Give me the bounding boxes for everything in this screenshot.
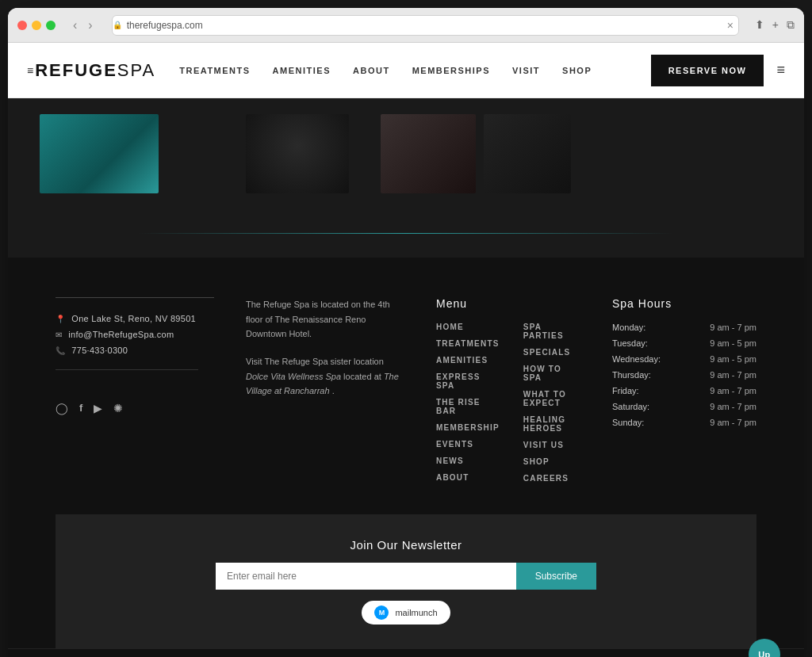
nav-memberships[interactable]: MEMBERSHIPS bbox=[412, 66, 490, 75]
menu-item-healing-heroes[interactable]: HEALING HEROES bbox=[523, 415, 580, 433]
footer-top-divider bbox=[56, 297, 214, 298]
hero-thumbnail-1 bbox=[40, 114, 159, 193]
footer-grid: 📍 One Lake St, Reno, NV 89501 ✉ info@The… bbox=[56, 297, 756, 483]
lock-icon: 🔒 bbox=[113, 21, 122, 29]
browser-nav-buttons: ‹ › bbox=[70, 17, 96, 34]
newsletter-section: Join Our Newsletter Subscribe M mailmunc… bbox=[56, 514, 756, 648]
nav-shop[interactable]: SHOP bbox=[562, 66, 592, 75]
phone-text: 775·433·0300 bbox=[71, 346, 128, 355]
menu-item-visit-us[interactable]: VISIT US bbox=[523, 441, 580, 449]
footer-phone[interactable]: 📞 775·433·0300 bbox=[56, 346, 214, 355]
email-text: info@TheRefugeSpa.com bbox=[68, 330, 174, 339]
hours-saturday: Saturday: 9 am - 7 pm bbox=[612, 402, 756, 411]
reserve-now-button[interactable]: RESERVE NOW bbox=[651, 55, 764, 86]
forward-button[interactable]: › bbox=[85, 17, 95, 34]
newsletter-email-input[interactable] bbox=[216, 563, 516, 590]
back-button[interactable]: ‹ bbox=[70, 17, 80, 34]
menu-item-news[interactable]: NEWS bbox=[436, 456, 500, 465]
divider-section bbox=[8, 209, 804, 258]
browser-dots bbox=[17, 21, 56, 30]
menu-item-how-to-spa[interactable]: HOW TO SPA bbox=[523, 365, 580, 382]
newsletter-subscribe-button[interactable]: Subscribe bbox=[516, 563, 596, 590]
browser-actions: ⬆ + ⧉ bbox=[755, 18, 795, 32]
fullscreen-dot[interactable] bbox=[46, 21, 56, 30]
url-text: therefugespa.com bbox=[127, 20, 203, 31]
menu-list-col2: SPA PARTIES SPECIALS HOW TO SPA WHAT TO … bbox=[523, 323, 580, 483]
address-bar[interactable]: 🔒 therefugespa.com × bbox=[112, 15, 739, 36]
website-content: ≡ REFUGE SPA TREATMENTS AMENITIES ABOUT … bbox=[8, 43, 804, 657]
hours-friday: Friday: 9 am - 7 pm bbox=[612, 386, 756, 395]
menu-section-title: Menu bbox=[436, 297, 580, 310]
mailmunch-badge[interactable]: M mailmunch bbox=[362, 601, 450, 625]
social-icons: ◯ f ▶ ✺ bbox=[56, 402, 214, 414]
footer-description-column: The Refuge Spa is located on the 4th flo… bbox=[246, 297, 404, 483]
hero-thumbnail-4 bbox=[484, 114, 571, 193]
windows-icon[interactable]: ⧉ bbox=[787, 18, 795, 32]
menu-item-membership[interactable]: MEMBERSHIP bbox=[436, 423, 500, 432]
minimize-dot[interactable] bbox=[32, 21, 41, 30]
menu-item-amenities[interactable]: AMENITIES bbox=[436, 356, 500, 365]
menu-item-careers[interactable]: CAREERS bbox=[523, 474, 580, 483]
hours-tuesday: Tuesday: 9 am - 5 pm bbox=[612, 338, 756, 348]
new-tab-icon[interactable]: + bbox=[772, 18, 779, 32]
close-dot[interactable] bbox=[17, 21, 27, 30]
phone-icon: 📞 bbox=[56, 346, 65, 355]
hero-strip bbox=[8, 98, 804, 209]
youtube-icon[interactable]: ▶ bbox=[94, 402, 102, 414]
nav-treatments[interactable]: TREATMENTS bbox=[179, 66, 250, 75]
yelp-icon[interactable]: ✺ bbox=[113, 402, 123, 414]
location-icon: 📍 bbox=[56, 315, 65, 323]
close-tab-button[interactable]: × bbox=[727, 19, 733, 32]
footer-bottom-divider bbox=[56, 369, 198, 370]
dolce-vita-link[interactable]: Dolce Vita Wellness Spa bbox=[246, 372, 341, 381]
email-icon: ✉ bbox=[56, 330, 62, 339]
hero-thumbnail-2 bbox=[246, 114, 349, 193]
hours-sunday: Sunday: 9 am - 7 pm bbox=[612, 418, 756, 427]
menu-item-shop[interactable]: SHOP bbox=[523, 457, 580, 466]
hours-thursday: Thursday: 9 am - 7 pm bbox=[612, 370, 756, 380]
logo-icon: ≡ bbox=[27, 64, 33, 77]
menu-item-specials[interactable]: SPECIALS bbox=[523, 348, 580, 357]
site-logo[interactable]: ≡ REFUGE SPA bbox=[27, 60, 155, 81]
nav-about[interactable]: ABOUT bbox=[353, 66, 390, 75]
nav-amenities[interactable]: AMENITIES bbox=[273, 66, 331, 75]
mailmunch-icon: M bbox=[374, 605, 389, 620]
hours-monday: Monday: 9 am - 7 pm bbox=[612, 323, 756, 332]
hours-wednesday: Wednesday: 9 am - 5 pm bbox=[612, 354, 756, 364]
spa-hours-title: Spa Hours bbox=[612, 297, 756, 310]
mailmunch-label: mailmunch bbox=[395, 608, 437, 617]
footer-hours-column: Spa Hours Monday: 9 am - 7 pm Tuesday: 9… bbox=[612, 297, 756, 483]
bottom-bar: © 2023 The Refuge Spa. All Rights Reserv… bbox=[8, 648, 804, 657]
menu-item-spa-parties[interactable]: SPA PARTIES bbox=[523, 323, 580, 340]
newsletter-form: Subscribe bbox=[216, 563, 596, 590]
menu-item-what-to-expect[interactable]: WHAT TO EXPECT bbox=[523, 390, 580, 407]
menu-item-about[interactable]: ABOUT bbox=[436, 473, 500, 482]
menu-item-events[interactable]: EVENTS bbox=[436, 440, 500, 449]
footer-email[interactable]: ✉ info@TheRefugeSpa.com bbox=[56, 330, 214, 339]
menu-list-col1: HOME TREATMENTS AMENITIES EXPRESS SPA TH… bbox=[436, 323, 500, 483]
browser-titlebar: ‹ › 🔒 therefugespa.com × ⬆ + ⧉ bbox=[8, 8, 804, 43]
menu-item-home[interactable]: HOME bbox=[436, 323, 500, 331]
share-icon[interactable]: ⬆ bbox=[755, 18, 764, 32]
footer-description-text: The Refuge Spa is located on the 4th flo… bbox=[246, 297, 404, 342]
footer-menu-column: Menu HOME TREATMENTS AMENITIES EXPRESS S… bbox=[436, 297, 580, 483]
site-navigation: ≡ REFUGE SPA TREATMENTS AMENITIES ABOUT … bbox=[8, 43, 804, 98]
footer-address: 📍 One Lake St, Reno, NV 89501 bbox=[56, 314, 214, 323]
browser-window: ‹ › 🔒 therefugespa.com × ⬆ + ⧉ ≡ REFUGE … bbox=[8, 8, 804, 657]
footer-contact-column: 📍 One Lake St, Reno, NV 89501 ✉ info@The… bbox=[56, 297, 214, 483]
nav-visit[interactable]: VISIT bbox=[512, 66, 540, 75]
address-text: One Lake St, Reno, NV 89501 bbox=[71, 314, 196, 323]
site-footer: 📍 One Lake St, Reno, NV 89501 ✉ info@The… bbox=[8, 258, 804, 648]
menu-item-treatments[interactable]: TREATMENTS bbox=[436, 339, 500, 348]
hamburger-menu-button[interactable]: ≡ bbox=[776, 62, 785, 78]
logo-text-main: REFUGE bbox=[35, 60, 117, 81]
logo-text-spa: SPA bbox=[117, 60, 155, 81]
nav-links: TREATMENTS AMENITIES ABOUT MEMBERSHIPS V… bbox=[179, 66, 650, 75]
menu-item-express-spa[interactable]: EXPRESS SPA bbox=[436, 372, 500, 390]
hero-thumbnail-3 bbox=[381, 114, 476, 193]
instagram-icon[interactable]: ◯ bbox=[56, 402, 68, 414]
facebook-icon[interactable]: f bbox=[79, 402, 82, 414]
newsletter-title: Join Our Newsletter bbox=[350, 538, 462, 552]
menu-item-rise-bar[interactable]: THE RISE BAR bbox=[436, 398, 500, 415]
footer-sister-location: Visit The Refuge Spa sister location Dol… bbox=[246, 354, 404, 399]
